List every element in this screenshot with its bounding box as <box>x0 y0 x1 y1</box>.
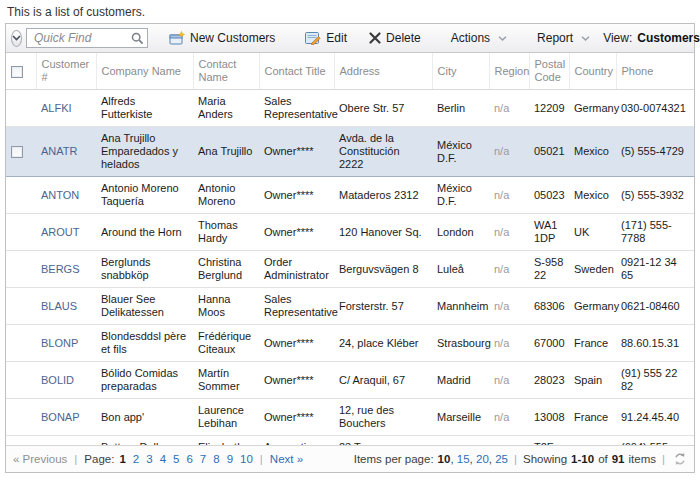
table-row[interactable]: BOLIDBólido Comidas preparadasMartín Som… <box>6 362 694 399</box>
cell-company: Antonio Moreno Taquería <box>96 177 193 214</box>
edit-button[interactable]: Edit <box>296 27 356 49</box>
items-label: items <box>629 453 656 465</box>
page-number-7[interactable]: 7 <box>200 453 206 465</box>
column-header[interactable]: Company Name <box>96 53 193 90</box>
cell-customer-id[interactable]: BOLID <box>36 362 96 399</box>
customer-id-link[interactable]: BERGS <box>41 263 80 275</box>
select-all-header[interactable] <box>6 53 36 90</box>
of-label: of <box>598 453 608 465</box>
cell-customer-id[interactable]: BOTTM <box>36 436 96 446</box>
row-select-cell[interactable] <box>6 127 36 177</box>
pager-divider: | <box>512 453 519 465</box>
cell-postal: S-958 22 <box>529 251 569 288</box>
cell-phone: (171) 555-7788 <box>616 214 694 251</box>
page-number-2[interactable]: 2 <box>133 453 139 465</box>
page-number-4[interactable]: 4 <box>160 453 166 465</box>
row-select-cell <box>6 251 36 288</box>
column-header[interactable]: Postal Code <box>529 53 569 90</box>
cell-title: Owner**** <box>259 399 334 436</box>
cell-customer-id[interactable]: ANATR <box>36 127 96 177</box>
column-header[interactable]: Country <box>569 53 616 90</box>
page-number-9[interactable]: 9 <box>227 453 233 465</box>
cell-contact: Antonio Moreno <box>193 177 259 214</box>
column-header[interactable]: Phone <box>616 53 694 90</box>
page-size-10[interactable]: 10 <box>438 453 451 465</box>
page-number-8[interactable]: 8 <box>213 453 219 465</box>
table-row[interactable]: AROUTAround the HornThomas HardyOwner***… <box>6 214 694 251</box>
table-row[interactable]: BONAPBon app'Laurence LebihanOwner****12… <box>6 399 694 436</box>
cell-postal: 68306 <box>529 288 569 325</box>
header-row: Customer #Company NameContact NameContac… <box>6 53 694 90</box>
customer-id-link[interactable]: BLONP <box>41 337 78 349</box>
cell-address: Forsterstr. 57 <box>334 288 432 325</box>
table-row[interactable]: BOTTMBottom-Dollar MarketsElizabeth Linc… <box>6 436 694 446</box>
cell-company: Ana Trujillo Emparedados y helados <box>96 127 193 177</box>
table-row[interactable]: BLAUSBlauer See DelikatessenHanna MoosSa… <box>6 288 694 325</box>
previous-page-button[interactable]: « Previous <box>13 453 67 465</box>
page-description: This is a list of customers. <box>0 0 700 22</box>
cell-company: Around the Horn <box>96 214 193 251</box>
customer-id-link[interactable]: ANATR <box>41 145 77 157</box>
cell-city: Tsawassen <box>432 436 489 446</box>
delete-button[interactable]: Delete <box>360 27 430 49</box>
column-header[interactable]: Contact Title <box>259 53 334 90</box>
table-row[interactable]: BLONPBlondesddsl père et filsFrédérique … <box>6 325 694 362</box>
cell-region: n/a <box>489 288 529 325</box>
page-number-6[interactable]: 6 <box>186 453 192 465</box>
page-number-3[interactable]: 3 <box>146 453 152 465</box>
row-checkbox[interactable] <box>11 146 23 158</box>
toolbar-expand-button[interactable] <box>11 30 22 47</box>
report-menu-button[interactable]: Report <box>528 27 599 49</box>
cell-country: Mexico <box>569 177 616 214</box>
cell-customer-id[interactable]: AROUT <box>36 214 96 251</box>
quick-find-input[interactable] <box>32 30 131 46</box>
page-size-25[interactable]: 25 <box>495 453 508 465</box>
cell-customer-id[interactable]: ANTON <box>36 177 96 214</box>
cell-postal: T2F 8M4 <box>529 436 569 446</box>
customer-id-link[interactable]: ALFKI <box>41 102 72 114</box>
column-header[interactable]: City <box>432 53 489 90</box>
view-selector[interactable]: View: Customers <box>603 31 700 45</box>
cell-title: Owner**** <box>259 127 334 177</box>
cell-title: Owner**** <box>259 325 334 362</box>
customer-id-link[interactable]: ANTON <box>41 189 79 201</box>
cell-contact: Thomas Hardy <box>193 214 259 251</box>
cell-title: Owner**** <box>259 177 334 214</box>
row-select-cell <box>6 90 36 127</box>
search-icon[interactable] <box>131 32 144 45</box>
customer-id-link[interactable]: AROUT <box>41 226 80 238</box>
column-header[interactable]: Contact Name <box>193 53 259 90</box>
new-customers-button[interactable]: New Customers <box>160 27 284 50</box>
refresh-button[interactable] <box>673 452 687 466</box>
customer-id-link[interactable]: BLAUS <box>41 300 77 312</box>
table-row[interactable]: BERGSBerglunds snabbköpChristina Berglun… <box>6 251 694 288</box>
actions-menu-button[interactable]: Actions <box>442 27 516 49</box>
cell-customer-id[interactable]: BERGS <box>36 251 96 288</box>
cell-customer-id[interactable]: BLAUS <box>36 288 96 325</box>
select-all-checkbox[interactable] <box>11 66 23 78</box>
cell-customer-id[interactable]: ALFKI <box>36 90 96 127</box>
column-header[interactable]: Region <box>489 53 529 90</box>
customer-id-link[interactable]: BOLID <box>41 374 74 386</box>
cell-city: Marseille <box>432 399 489 436</box>
cell-customer-id[interactable]: BLONP <box>36 325 96 362</box>
table-row[interactable]: ANTONAntonio Moreno TaqueríaAntonio More… <box>6 177 694 214</box>
customer-id-link[interactable]: BONAP <box>41 411 80 423</box>
table-row[interactable]: ALFKIAlfreds FutterkisteMaria AndersSale… <box>6 90 694 127</box>
column-header[interactable]: Customer # <box>36 53 96 90</box>
table-row[interactable]: ANATRAna Trujillo Emparedados y heladosA… <box>6 127 694 177</box>
page-size-15[interactable]: 15 <box>457 453 470 465</box>
cell-phone: (604) 555-4729 <box>616 436 694 446</box>
cell-postal: 67000 <box>529 325 569 362</box>
chevron-down-icon <box>12 35 21 41</box>
cell-city: Berlin <box>432 90 489 127</box>
column-header[interactable]: Address <box>334 53 432 90</box>
cell-customer-id[interactable]: BONAP <box>36 399 96 436</box>
next-page-button[interactable]: Next » <box>270 453 303 465</box>
page-number-1[interactable]: 1 <box>119 453 125 465</box>
cell-title: Accounting Manager <box>259 436 334 446</box>
cell-contact: Christina Berglund <box>193 251 259 288</box>
page-size-20[interactable]: 20 <box>476 453 489 465</box>
page-number-10[interactable]: 10 <box>240 453 253 465</box>
page-number-5[interactable]: 5 <box>173 453 179 465</box>
